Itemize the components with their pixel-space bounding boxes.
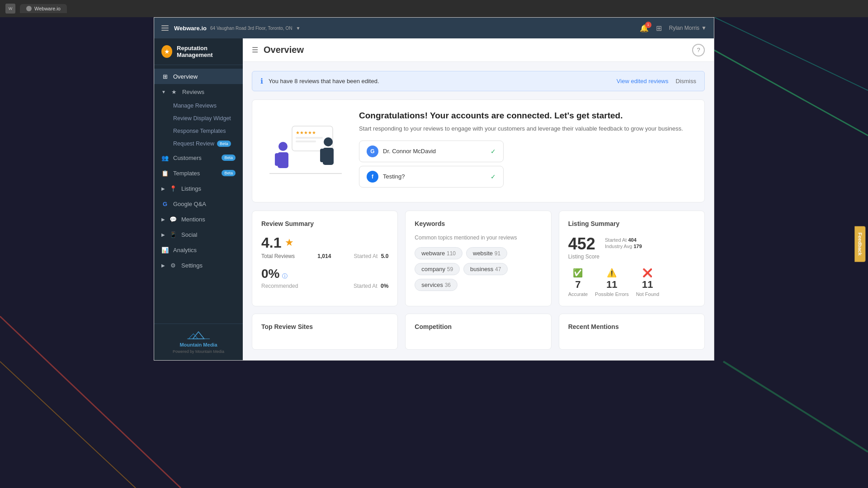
welcome-subtitle: Start responding to your reviews to enga… — [359, 124, 692, 133]
menu-button[interactable] — [161, 25, 169, 31]
sidebar-item-social[interactable]: ▶ 📱 Social — [154, 227, 243, 242]
recommend-meta: Recommended Started At 0% — [261, 283, 388, 289]
listing-industry-avg: Industry Avg 179 — [605, 244, 642, 249]
sidebar-label-mentions: Mentions — [181, 216, 236, 223]
sidebar-item-request-review[interactable]: Request Review Beta — [173, 137, 243, 150]
browser-tab[interactable]: Webware.io — [20, 4, 67, 13]
topbar-right: 🔔 1 ⊞ Rylan Morris ▼ — [640, 24, 707, 33]
sidebar-item-review-display[interactable]: Review Display Widget — [173, 112, 243, 125]
listing-score-label: Listing Score — [568, 253, 599, 260]
topbar-left: Webware.io 64 Vaughan Road 3rd Floor, To… — [161, 25, 300, 32]
apps-grid-button[interactable]: ⊞ — [656, 24, 662, 33]
welcome-content: Congratulations! Your accounts are conne… — [359, 111, 692, 191]
notfound-label: Not Found — [636, 291, 659, 297]
app-topbar: Webware.io 64 Vaughan Road 3rd Floor, To… — [154, 18, 714, 38]
listing-stat-accurate: ✅ 7 Accurate — [568, 268, 588, 297]
keyword-tag-company: company 59 — [415, 263, 460, 275]
topbar-brand-area: Webware.io 64 Vaughan Road 3rd Floor, To… — [174, 25, 300, 32]
overview-icon: ⊞ — [161, 73, 169, 80]
recommend-label: Recommended — [261, 283, 298, 289]
competition-card: Competition — [405, 314, 551, 350]
social-expand-arrow: ▶ — [161, 232, 165, 237]
sidebar-item-response-templates[interactable]: Response Templates — [173, 125, 243, 137]
dashboard-grid: Review Summary 4.1 ★ Total Reviews 1,014… — [252, 211, 705, 306]
content-hamburger[interactable]: ☰ — [252, 46, 258, 54]
sidebar-item-mentions[interactable]: ▶ 💬 Mentions — [154, 211, 243, 227]
keyword-tags: webware 110 website 91 company 59 busine… — [415, 247, 542, 291]
sidebar-footer: Mountain Media Powered by Mountain Media — [154, 324, 243, 360]
view-edited-reviews-link[interactable]: View edited reviews — [617, 78, 669, 84]
sidebar-header: ★ Reputation Management — [154, 38, 243, 65]
total-reviews-value: 1,014 — [317, 253, 331, 259]
keywords-title: Keywords — [415, 220, 542, 227]
templates-badge: Beta — [222, 170, 236, 176]
sidebar-item-templates[interactable]: 📋 Templates Beta — [154, 165, 243, 181]
keyword-tag-business: business 47 — [463, 263, 508, 275]
notfound-count: 11 — [642, 279, 653, 291]
listing-summary-title: Listing Summary — [568, 220, 695, 227]
mentions-expand-arrow: ▶ — [161, 217, 165, 222]
user-dropdown-arrow: ▼ — [701, 25, 707, 31]
keyword-count-website: 91 — [495, 250, 500, 257]
started-at-label: Started At 5.0 — [354, 253, 389, 259]
tab-favicon — [26, 6, 32, 11]
sidebar-label-listings: Listings — [181, 185, 236, 192]
sidebar-item-customers[interactable]: 👥 Customers Beta — [154, 150, 243, 165]
sidebar-item-overview[interactable]: ⊞ Overview — [154, 69, 243, 84]
mentions-icon: 💬 — [170, 216, 177, 223]
keyword-tag-website: website 91 — [466, 247, 507, 259]
sidebar-item-listings[interactable]: ▶ 📍 Listings — [154, 181, 243, 196]
content-area: ☰ Overview ? ℹ You have 8 reviews that h… — [243, 38, 714, 360]
sidebar-label-analytics: Analytics — [173, 247, 236, 253]
sidebar-nav: ⊞ Overview ▼ ★ Reviews Manage Reviews Re… — [154, 65, 243, 324]
request-review-badge: Beta — [217, 141, 231, 147]
app-window: Webware.io 64 Vaughan Road 3rd Floor, To… — [154, 17, 714, 361]
keyword-count-services: 36 — [445, 282, 451, 288]
sidebar-label-overview: Overview — [173, 73, 236, 80]
sidebar-footer-brand: Mountain Media — [179, 342, 217, 347]
tab-label: Webware.io — [34, 6, 61, 11]
notification-button[interactable]: 🔔 1 — [640, 24, 649, 33]
customers-badge: Beta — [222, 155, 236, 161]
sidebar-item-google-qa[interactable]: G Google Q&A — [154, 196, 243, 211]
main-layout: ★ Reputation Management ⊞ Overview ▼ ★ R… — [154, 38, 714, 360]
recommend-started: Started At 0% — [354, 283, 388, 289]
sidebar-app-title: Reputation Management — [177, 45, 236, 58]
review-summary-title: Review Summary — [261, 220, 388, 227]
errors-label: Possible Errors — [595, 291, 629, 297]
connected-account-1: G Dr. Connor McDavid ✓ — [359, 141, 504, 162]
accurate-count: 7 — [575, 279, 580, 291]
listings-icon: 📍 — [170, 185, 177, 192]
notfound-icon: ❌ — [642, 268, 652, 278]
dismiss-button[interactable]: Dismiss — [676, 78, 697, 84]
listings-expand-arrow: ▶ — [161, 186, 165, 191]
topbar-dropdown-arrow[interactable]: ▼ — [296, 26, 300, 31]
sidebar-item-settings[interactable]: ▶ ⚙ Settings — [154, 258, 243, 273]
sidebar-item-analytics[interactable]: 📊 Analytics — [154, 242, 243, 258]
listing-stat-errors: ⚠️ 11 Possible Errors — [595, 268, 629, 297]
sidebar-label-settings: Settings — [181, 262, 236, 269]
user-menu-button[interactable]: Rylan Morris ▼ — [669, 25, 707, 31]
recommend-started-value: 0% — [381, 283, 388, 289]
sidebar-sub-reviews: Manage Reviews Review Display Widget Res… — [154, 99, 243, 150]
keyword-count-company: 59 — [447, 266, 453, 272]
rating-number: 4.1 — [261, 235, 281, 251]
listing-started-value: 404 — [628, 237, 636, 243]
help-button[interactable]: ? — [692, 44, 705, 56]
sidebar-label-customers: Customers — [173, 155, 217, 161]
sidebar: ★ Reputation Management ⊞ Overview ▼ ★ R… — [154, 38, 243, 360]
recent-mentions-title: Recent Mentions — [568, 323, 695, 330]
sidebar-label-social: Social — [181, 231, 236, 238]
errors-icon: ⚠️ — [607, 268, 617, 278]
feedback-tab[interactable]: Feedback — [855, 226, 866, 262]
svg-rect-14 — [275, 153, 279, 166]
accurate-label: Accurate — [568, 291, 588, 297]
notification-badge: 1 — [645, 22, 651, 28]
sidebar-item-manage-reviews[interactable]: Manage Reviews — [173, 99, 243, 112]
sidebar-item-reviews[interactable]: ▼ ★ Reviews — [154, 84, 243, 99]
recommend-pct: 0% — [261, 267, 279, 281]
svg-rect-10 — [296, 137, 323, 139]
svg-point-16 — [324, 137, 333, 146]
content-body: ℹ You have 8 reviews that have been edit… — [243, 62, 714, 360]
keywords-subtitle: Common topics mentioned in your reviews — [415, 235, 542, 241]
